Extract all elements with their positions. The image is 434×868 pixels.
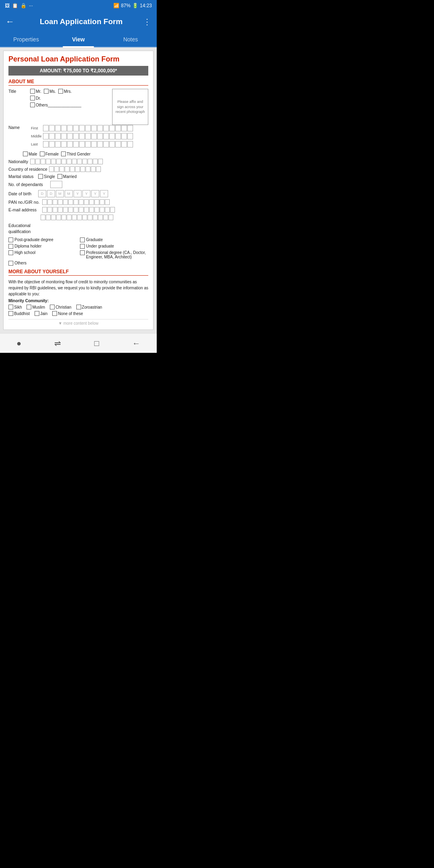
cell[interactable] (51, 215, 56, 220)
cb-ms-box[interactable] (44, 89, 49, 94)
cell[interactable] (105, 207, 110, 213)
cell[interactable] (97, 133, 103, 139)
cell[interactable] (61, 141, 67, 147)
cell[interactable] (121, 141, 127, 147)
cb-undergrad-box[interactable] (80, 244, 85, 249)
cell[interactable] (97, 125, 103, 131)
cell[interactable] (100, 199, 104, 205)
overflow-menu-button[interactable]: ⋮ (143, 17, 151, 27)
cell[interactable] (91, 125, 97, 131)
dob-m2[interactable]: M (65, 190, 73, 197)
dependants-cell[interactable] (50, 181, 62, 188)
cell[interactable] (43, 133, 49, 139)
cell[interactable] (93, 215, 98, 220)
cell[interactable] (63, 207, 68, 213)
cell[interactable] (55, 125, 61, 131)
cell[interactable] (82, 159, 87, 164)
cell[interactable] (85, 125, 91, 131)
cell[interactable] (88, 215, 92, 220)
cell[interactable] (61, 159, 66, 164)
cell[interactable] (53, 207, 57, 213)
cell[interactable] (103, 141, 109, 147)
cell[interactable] (88, 159, 92, 164)
cell[interactable] (72, 215, 77, 220)
cb-none-box[interactable] (52, 311, 57, 316)
cell[interactable] (100, 207, 104, 213)
cell[interactable] (68, 207, 73, 213)
cell[interactable] (115, 125, 121, 131)
cell[interactable] (54, 166, 59, 172)
cell[interactable] (86, 166, 90, 172)
cell[interactable] (47, 207, 52, 213)
cell[interactable] (94, 207, 99, 213)
cell[interactable] (109, 133, 115, 139)
cb-jain-box[interactable] (35, 311, 39, 316)
cell[interactable] (56, 215, 61, 220)
cb-edu-others-box[interactable] (8, 261, 13, 266)
nav-back-button[interactable]: ← (132, 339, 140, 348)
nav-menu-button[interactable]: ⇌ (54, 338, 61, 348)
cell[interactable] (109, 141, 115, 147)
back-button[interactable]: ← (6, 16, 14, 27)
cb-female-box[interactable] (40, 151, 45, 156)
cell[interactable] (49, 125, 55, 131)
cell[interactable] (127, 133, 133, 139)
cell[interactable] (35, 159, 40, 164)
cell[interactable] (58, 207, 63, 213)
cell[interactable] (42, 199, 47, 205)
cell[interactable] (85, 133, 91, 139)
cell[interactable] (98, 215, 103, 220)
cell[interactable] (49, 166, 54, 172)
cell[interactable] (94, 199, 99, 205)
tab-view[interactable]: View (52, 32, 104, 47)
cell[interactable] (43, 141, 49, 147)
cell[interactable] (46, 159, 51, 164)
cell[interactable] (91, 166, 96, 172)
cell[interactable] (73, 125, 79, 131)
cb-professional-box[interactable] (80, 250, 85, 255)
cell[interactable] (89, 199, 94, 205)
tab-notes[interactable]: Notes (104, 32, 157, 47)
cell[interactable] (47, 199, 52, 205)
cell[interactable] (67, 133, 73, 139)
cell[interactable] (110, 207, 115, 213)
dob-y4[interactable]: Y (100, 190, 108, 197)
cell[interactable] (58, 199, 63, 205)
cell[interactable] (30, 159, 35, 164)
cell[interactable] (79, 133, 85, 139)
cb-diploma-box[interactable] (8, 244, 13, 249)
cell[interactable] (75, 166, 80, 172)
cell[interactable] (55, 141, 61, 147)
dob-d1[interactable]: D (38, 190, 46, 197)
cell[interactable] (51, 159, 56, 164)
cell[interactable] (41, 215, 45, 220)
dob-y1[interactable]: Y (74, 190, 82, 197)
cell[interactable] (103, 133, 109, 139)
dob-m1[interactable]: M (56, 190, 64, 197)
cell[interactable] (115, 133, 121, 139)
cell[interactable] (42, 207, 47, 213)
cell[interactable] (93, 159, 98, 164)
nav-recent-button[interactable]: ● (16, 339, 21, 348)
cb-male-box[interactable] (23, 151, 28, 156)
nav-home-button[interactable]: □ (94, 339, 99, 348)
cell[interactable] (61, 215, 66, 220)
cell[interactable] (109, 125, 115, 131)
cell[interactable] (67, 125, 73, 131)
cb-mr-box[interactable] (30, 89, 35, 94)
cell[interactable] (121, 133, 127, 139)
cb-graduate-box[interactable] (80, 237, 85, 242)
cell[interactable] (79, 141, 85, 147)
dob-y3[interactable]: Y (91, 190, 99, 197)
cb-muslim-box[interactable] (27, 305, 31, 309)
cell[interactable] (77, 159, 82, 164)
cell[interactable] (127, 141, 133, 147)
cell[interactable] (84, 207, 89, 213)
dob-d2[interactable]: D (47, 190, 55, 197)
cb-postgrad-box[interactable] (8, 237, 13, 242)
cell[interactable] (82, 215, 87, 220)
cell[interactable] (85, 141, 91, 147)
dob-y2[interactable]: Y (82, 190, 90, 197)
cell[interactable] (68, 199, 73, 205)
cell[interactable] (105, 199, 110, 205)
